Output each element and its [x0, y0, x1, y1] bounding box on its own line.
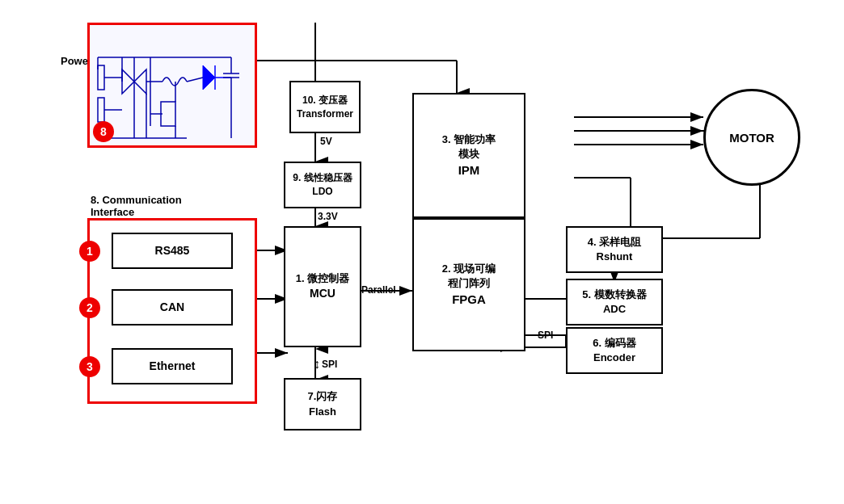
mcu-box: 1. 微控制器 MCU	[284, 226, 361, 347]
svg-marker-55	[203, 65, 215, 90]
ldo-label-cn: 9. 线性稳压器	[293, 171, 352, 185]
ipm-label-cn: 3. 智能功率	[442, 132, 496, 147]
encoder-label-cn: 6. 编码器	[593, 336, 635, 351]
adc-box: 5. 模数转换器 ADC	[566, 279, 663, 326]
power-circuit-box: 8	[87, 23, 257, 148]
rshunt-label-cn: 4. 采样电阻	[588, 235, 641, 250]
spi-label-bottom: ↕ SPI	[314, 357, 337, 372]
flash-label-en: Flash	[309, 405, 336, 419]
flash-box: 7.闪存 Flash	[284, 378, 361, 430]
rshunt-box: 4. 采样电阻 Rshunt	[566, 226, 663, 273]
can-box: CAN	[112, 289, 233, 326]
svg-rect-39	[98, 65, 104, 90]
encoder-box: 6. 编码器 Encoder	[566, 327, 663, 374]
encoder-label-en: Encoder	[593, 351, 635, 365]
ethernet-label: Ethernet	[150, 359, 196, 375]
spi-label-right: SPI	[538, 330, 553, 341]
voltage-33v: 3.3V	[318, 211, 338, 222]
adc-label-cn: 5. 模数转换器	[582, 288, 646, 302]
mcu-label-cn: 1. 微控制器	[296, 271, 349, 286]
voltage-5v: 5V	[320, 136, 332, 147]
fpga-label-en: FPGA	[452, 291, 486, 308]
rs485-box: RS485	[112, 233, 233, 269]
svg-marker-47	[122, 69, 134, 94]
parallel-label: Parallel	[361, 284, 396, 296]
motor-label: MOTOR	[729, 131, 774, 145]
fpga-box: 2. 现场可编 程门阵列 FPGA	[412, 218, 525, 351]
transformer-box: 10. 变压器 Transformer	[289, 81, 361, 133]
svg-marker-49	[134, 69, 146, 94]
mcu-label-en: MCU	[310, 286, 335, 302]
svg-line-58	[187, 78, 203, 82]
ipm-box: 3. 智能功率 模块 IPM	[412, 93, 525, 218]
comm-num1: 1	[79, 241, 100, 262]
ldo-label-en: LDO	[312, 185, 332, 199]
comm-num3: 3	[79, 356, 100, 377]
comm-num2: 2	[79, 297, 100, 318]
rshunt-label-en: Rshunt	[597, 250, 633, 264]
ldo-box: 9. 线性稳压器 LDO	[284, 162, 361, 208]
can-label: CAN	[160, 300, 184, 316]
flash-label-cn: 7.闪存	[308, 389, 338, 404]
transformer-label-cn: 10. 变压器	[302, 94, 348, 107]
comm-interface-title: 8. Communication Interface	[91, 194, 182, 218]
ethernet-box: Ethernet	[112, 348, 233, 384]
fpga-label-cn: 2. 现场可编	[442, 262, 496, 276]
ipm-label-cn2: 模块	[458, 147, 479, 162]
rs485-label: RS485	[155, 243, 190, 259]
fpga-label-cn2: 程门阵列	[448, 276, 490, 291]
transformer-label-en: Transformer	[297, 107, 353, 121]
ipm-label-en: IPM	[458, 162, 480, 178]
power-num-badge: 8	[93, 121, 114, 142]
svg-rect-40	[98, 98, 104, 122]
motor-circle: MOTOR	[703, 89, 800, 186]
comm-group: 1 RS485 2 CAN 3 Ethernet	[87, 218, 257, 404]
adc-label-en: ADC	[603, 302, 626, 317]
svg-rect-64	[161, 102, 175, 126]
